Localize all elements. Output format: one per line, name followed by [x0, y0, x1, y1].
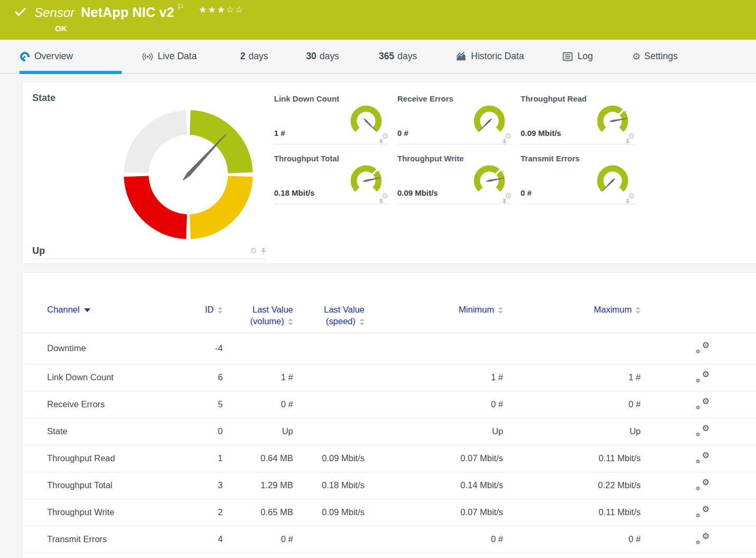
stars-empty[interactable]: ☆☆: [226, 4, 244, 15]
column-header-channel[interactable]: Channel: [47, 304, 179, 315]
row-settings-gears-icon[interactable]: ⚙⚙: [696, 370, 709, 383]
mini-gauge: [470, 100, 508, 139]
cell-maximum: 0.11 Mbit/s: [503, 453, 641, 463]
row-settings-gears-icon[interactable]: ⚙⚙: [696, 397, 709, 410]
table-header-row: Channel ID Last Value(volume) Last Value…: [23, 304, 756, 333]
column-header-id[interactable]: ID: [179, 304, 223, 315]
mini-gauge: [594, 100, 632, 139]
cell-minimum: 0.07 Mbit/s: [365, 507, 503, 517]
table-row-state: State 0 Up Up Up ⚙⚙: [23, 418, 756, 445]
tab-365-days-number: 365: [379, 51, 394, 62]
row-settings-gears-icon[interactable]: ⚙⚙: [696, 532, 709, 545]
cell-last-value-volume: 1.29 MB: [223, 480, 293, 490]
sort-arrows-icon: [288, 318, 293, 325]
cell-channel: Receive Errors: [47, 399, 179, 409]
area-chart-icon: [456, 51, 467, 61]
channel-settings-gear-icon[interactable]: ⚙: [250, 247, 257, 255]
tab-30-days-number: 30: [306, 51, 316, 62]
pin-icon[interactable]: [260, 248, 267, 255]
tab-historic-data[interactable]: Historic Data: [456, 40, 524, 74]
cell-minimum: 0 #: [365, 534, 503, 544]
column-header-last-value-speed[interactable]: Last Value(speed): [293, 304, 365, 327]
gauge-panel-value: 1 #: [274, 129, 285, 138]
gauge-panel-link-down-count: Link Down Count 1 # ⚙: [274, 94, 389, 144]
gauge-panel-receive-errors: Receive Errors 0 # ⚙: [397, 94, 513, 144]
tab-settings[interactable]: ⚙ Settings: [632, 40, 678, 74]
state-panel-title: State: [32, 93, 267, 104]
mini-gauge: [594, 160, 632, 198]
cell-last-value-speed: 0.09 Mbit/s: [293, 507, 365, 517]
pin-icon[interactable]: [625, 198, 631, 204]
cell-last-value-speed: 0.18 Mbit/s: [293, 480, 365, 490]
cell-last-value-volume: 0.64 MB: [223, 453, 293, 463]
state-gauge-value: Up: [32, 245, 45, 257]
table-row-transmit-errors: Transmit Errors 4 0 # 0 # 0 # ⚙⚙: [23, 526, 756, 553]
cell-maximum: 0 #: [503, 534, 641, 544]
tab-historic-data-label: Historic Data: [471, 51, 524, 62]
table-body: Downtime -4 ⚙⚙ Link Down Count 6 1 # 1 #…: [23, 333, 756, 553]
mini-gauge: [347, 160, 385, 198]
stars-filled[interactable]: ★★★: [199, 4, 226, 15]
cell-last-value-volume: 0 #: [223, 534, 293, 544]
priority-flag-icon[interactable]: ⚐: [177, 2, 184, 12]
gauge-panel-value: 0 #: [521, 188, 532, 197]
tab-365-days[interactable]: 365 days: [379, 40, 417, 74]
tab-log[interactable]: Log: [562, 40, 593, 74]
channel-table: Channel ID Last Value(volume) Last Value…: [23, 273, 756, 553]
cell-channel: Throughput Total: [47, 480, 179, 490]
cell-id: 2: [179, 507, 223, 517]
mini-gauge: [470, 160, 508, 198]
cell-id: 4: [179, 534, 223, 544]
column-header-maximum[interactable]: Maximum: [503, 304, 641, 315]
cell-last-value-speed: 0.09 Mbit/s: [293, 453, 365, 463]
tab-2-days[interactable]: 2 days: [240, 40, 268, 74]
tab-365-days-label: days: [397, 51, 417, 62]
table-row-link-down-count: Link Down Count 6 1 # 1 # 1 # ⚙⚙: [23, 364, 756, 391]
tab-overview[interactable]: Overview: [20, 40, 122, 74]
gauge-panel-value: 0.09 Mbit/s: [521, 129, 561, 138]
cell-id: 6: [179, 372, 223, 382]
gauge-panel-throughput-read: Throughput Read 0.09 Mbit/s ⚙: [521, 94, 636, 144]
column-header-minimum[interactable]: Minimum: [365, 304, 503, 315]
mini-gauge: [347, 100, 385, 139]
cell-maximum: 0.11 Mbit/s: [503, 507, 641, 517]
column-header-last-value-volume[interactable]: Last Value(volume): [223, 304, 293, 327]
sort-caret-icon: [84, 308, 90, 312]
cell-id: 0: [179, 426, 223, 436]
cell-id: 5: [179, 399, 223, 409]
gauge-panel-value: 0 #: [397, 129, 408, 138]
row-settings-gears-icon[interactable]: ⚙⚙: [696, 505, 709, 518]
pin-icon[interactable]: [502, 198, 507, 204]
state-gauge-panel: State Up ⚙: [32, 93, 267, 259]
tab-30-days-label: days: [320, 51, 339, 62]
priority-stars[interactable]: ★★★☆☆: [199, 4, 244, 15]
gauge-panel-throughput-write: Throughput Write 0.09 Mbit/s ⚙: [397, 154, 513, 204]
table-row-downtime: Downtime -4 ⚙⚙: [23, 333, 756, 364]
object-kind-label: Sensor: [34, 5, 75, 20]
tab-live-data[interactable]: Live Data: [142, 40, 197, 74]
tab-bar: Overview Live Data 2 days 30 days 365 da…: [0, 40, 756, 74]
pin-icon[interactable]: [378, 198, 384, 204]
gauge-panel-throughput-total: Throughput Total 0.18 Mbit/s ⚙: [274, 154, 389, 204]
cell-channel: Downtime: [47, 343, 179, 353]
row-settings-gears-icon[interactable]: ⚙⚙: [696, 341, 709, 354]
tab-30-days[interactable]: 30 days: [306, 40, 339, 74]
gauge-icon: [20, 51, 30, 62]
log-list-icon: [562, 52, 573, 61]
pin-icon[interactable]: [502, 139, 507, 145]
row-settings-gears-icon[interactable]: ⚙⚙: [696, 424, 709, 437]
broadcast-icon: [142, 51, 153, 62]
row-settings-gears-icon[interactable]: ⚙⚙: [696, 478, 709, 491]
cell-maximum: 0.22 Mbit/s: [503, 480, 641, 490]
cell-channel: Throughput Read: [47, 453, 179, 463]
row-settings-gears-icon[interactable]: ⚙⚙: [696, 451, 709, 464]
table-row-receive-errors: Receive Errors 5 0 # 0 # 0 # ⚙⚙: [23, 391, 756, 418]
sort-arrows-icon: [359, 318, 365, 325]
status-badge: OK: [55, 24, 756, 33]
cell-maximum: Up: [503, 426, 641, 436]
tab-live-data-label: Live Data: [158, 51, 197, 62]
cell-maximum: 1 #: [503, 372, 641, 382]
pin-icon[interactable]: [625, 139, 631, 145]
table-row-throughput-read: Throughput Read 1 0.64 MB 0.09 Mbit/s 0.…: [23, 445, 756, 472]
pin-icon[interactable]: [378, 139, 384, 145]
